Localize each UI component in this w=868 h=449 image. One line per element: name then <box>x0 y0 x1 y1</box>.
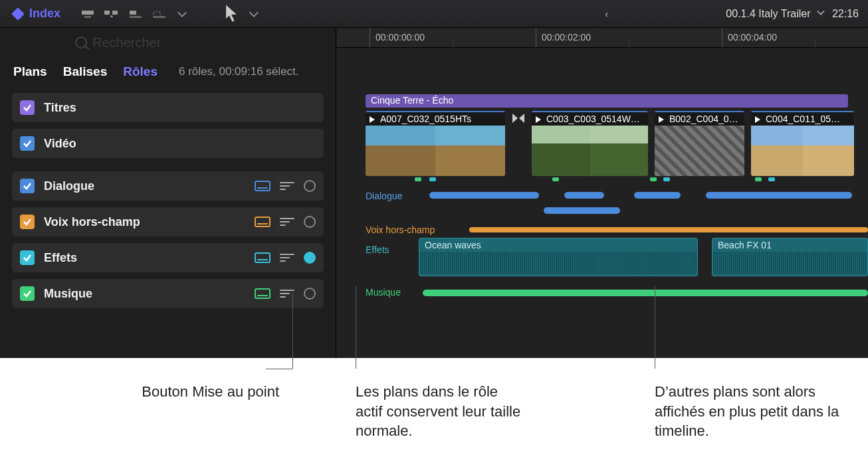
transition-icon[interactable] <box>512 111 525 176</box>
diamond-icon <box>11 7 25 21</box>
lane-label-musique: Musique <box>366 287 401 298</box>
tab-roles[interactable]: Rôles <box>123 64 158 79</box>
insert-tool-icon[interactable] <box>104 9 119 19</box>
checkbox-icon[interactable] <box>20 136 35 151</box>
fx-clip[interactable]: Beach FX 01 <box>712 238 868 276</box>
append-tool-icon[interactable] <box>128 9 143 19</box>
video-clip[interactable]: A007_C032_0515HTs <box>366 111 505 176</box>
callout-focus-button: Bouton Mise au point <box>106 382 279 402</box>
svg-rect-0 <box>82 11 94 15</box>
search-icon <box>75 37 87 48</box>
dialogue-clip[interactable] <box>429 192 539 199</box>
checkbox-icon[interactable] <box>20 250 35 265</box>
index-tabs: Plans Balises Rôles 6 rôles, 00:09:16 sé… <box>0 57 336 86</box>
svg-rect-5 <box>130 16 142 18</box>
video-clip[interactable]: C004_C011_05… <box>751 111 854 176</box>
voice-clip[interactable] <box>469 227 868 232</box>
lane-size-icon[interactable] <box>255 217 271 227</box>
lane-collapse-icon[interactable] <box>280 254 294 262</box>
role-musique[interactable]: Musique <box>12 279 324 308</box>
callout-active-role: Les plans dans le rôle actif conservent … <box>356 382 528 441</box>
roles-list: Titres Vidéo Dialogue <box>0 86 336 315</box>
svg-rect-1 <box>84 16 91 18</box>
lane-label-effets: Effets <box>366 244 389 255</box>
checkbox-icon[interactable] <box>20 215 35 229</box>
toolbar-icon-group <box>80 9 257 19</box>
role-video[interactable]: Vidéo <box>12 129 324 158</box>
app-window: Index ‹ 00.1.4 Italy Trailer 22:16 <box>0 0 868 358</box>
callout-other-clips: D’autres plans sont alors affichés en pl… <box>655 382 854 441</box>
role-dialogue[interactable]: Dialogue <box>12 171 324 201</box>
ruler-tick: 00:00:00:00 <box>370 28 425 47</box>
ruler-tick: 00:00:04:00 <box>722 28 777 47</box>
focus-button[interactable] <box>304 288 316 300</box>
svg-rect-2 <box>104 11 110 15</box>
video-clip[interactable]: B002_C004_0… <box>655 111 744 176</box>
music-clip[interactable] <box>423 290 868 296</box>
arrow-tool-icon[interactable] <box>224 9 239 19</box>
checkbox-icon[interactable] <box>20 179 35 193</box>
dialogue-clip[interactable] <box>564 192 604 199</box>
role-voix-hors-champ[interactable]: Voix hors-champ <box>12 207 324 236</box>
focus-button[interactable] <box>304 252 316 264</box>
waveform <box>712 252 867 274</box>
role-effets[interactable]: Effets <box>12 243 324 272</box>
checkbox-icon[interactable] <box>20 286 35 301</box>
lane-size-icon[interactable] <box>255 288 271 299</box>
role-titres[interactable]: Titres <box>12 93 324 122</box>
position-tool-icon[interactable] <box>80 9 95 19</box>
timeline[interactable]: 00:00:00:00 00:00:02:00 00:00:04:00 Cinq… <box>336 28 868 358</box>
selection-status: 6 rôles, 00:09:16 sélect. <box>179 65 299 78</box>
svg-rect-7 <box>154 16 165 18</box>
nav-prev-button[interactable]: ‹ <box>605 8 608 19</box>
top-toolbar: Index ‹ 00.1.4 Italy Trailer 22:16 <box>0 0 868 28</box>
fx-clip[interactable]: Ocean waves <box>419 238 698 276</box>
video-clip[interactable]: C003_C003_0514W… <box>532 111 648 176</box>
time-ruler[interactable]: 00:00:00:00 00:00:02:00 00:00:04:00 <box>336 28 868 48</box>
waveform <box>419 252 697 274</box>
thumbnail <box>655 126 744 176</box>
lane-label-dialogue: Dialogue <box>366 191 402 201</box>
index-label: Index <box>29 7 60 21</box>
chevron-down-icon[interactable] <box>249 7 259 17</box>
video-track: A007_C032_0515HTs C003_C003_0514W… B002 <box>366 111 868 176</box>
index-button[interactable]: Index <box>13 7 60 21</box>
focus-button[interactable] <box>304 180 316 192</box>
lane-size-icon[interactable] <box>255 252 271 263</box>
ruler-tick: 00:00:02:00 <box>536 28 591 47</box>
lane-label-voice: Voix hors-champ <box>366 224 435 235</box>
lane-collapse-icon[interactable] <box>280 218 294 226</box>
chevron-down-icon <box>817 7 824 15</box>
search-row <box>0 28 336 57</box>
dialogue-clip[interactable] <box>544 207 620 214</box>
dialogue-clip[interactable] <box>706 192 852 199</box>
tab-plans[interactable]: Plans <box>13 64 47 79</box>
svg-rect-4 <box>130 11 136 15</box>
thumbnail <box>751 126 854 176</box>
search-input[interactable] <box>92 35 261 50</box>
index-panel: Plans Balises Rôles 6 rôles, 00:09:16 sé… <box>0 28 336 358</box>
overwrite-tool-icon[interactable] <box>152 9 167 19</box>
project-title[interactable]: 00.1.4 Italy Trailer <box>726 8 824 20</box>
title-clip[interactable]: Cinque Terre - Écho <box>366 94 848 108</box>
dialogue-clip[interactable] <box>634 192 681 199</box>
leader-line <box>266 369 292 369</box>
tab-balises[interactable]: Balises <box>63 64 108 79</box>
timecode-display: 22:16 <box>832 8 859 20</box>
svg-rect-3 <box>112 11 118 15</box>
thumbnail <box>366 126 505 176</box>
thumbnail <box>532 126 648 176</box>
checkbox-icon[interactable] <box>20 100 35 115</box>
lane-size-icon[interactable] <box>255 181 271 191</box>
chevron-down-icon[interactable] <box>177 7 187 17</box>
focus-button[interactable] <box>304 216 316 228</box>
lane-collapse-icon[interactable] <box>280 290 294 298</box>
lane-collapse-icon[interactable] <box>280 182 294 190</box>
